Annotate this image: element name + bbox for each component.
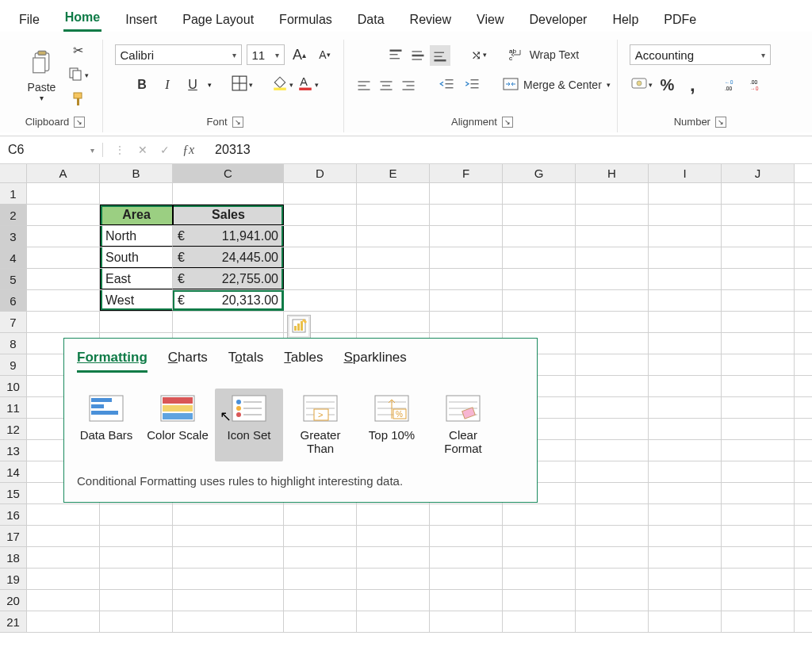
cell[interactable] — [649, 226, 722, 247]
cell[interactable] — [27, 504, 100, 525]
cell[interactable] — [649, 183, 722, 204]
cell[interactable] — [27, 183, 100, 204]
cell[interactable] — [722, 333, 795, 354]
col-header-E[interactable]: E — [357, 164, 430, 182]
cell[interactable] — [649, 547, 722, 568]
number-format-dropdown[interactable]: Accounting▾ — [630, 44, 771, 65]
cell[interactable] — [576, 504, 649, 525]
tab-insert[interactable]: Insert — [124, 6, 159, 32]
decrease-font-button[interactable]: A▾ — [315, 44, 335, 65]
cell[interactable] — [357, 547, 430, 568]
cell[interactable] — [649, 290, 722, 311]
cell[interactable] — [722, 269, 795, 289]
tab-help[interactable]: Help — [611, 6, 640, 32]
cell[interactable] — [173, 569, 284, 589]
cell[interactable] — [503, 290, 576, 311]
cell[interactable] — [649, 354, 722, 375]
cell[interactable] — [503, 504, 576, 525]
cell[interactable] — [503, 269, 576, 289]
cell[interactable] — [173, 590, 284, 611]
cell[interactable] — [722, 354, 795, 375]
cell[interactable] — [357, 269, 430, 289]
row-header-5[interactable]: 5 — [0, 269, 27, 289]
italic-button[interactable]: I — [157, 75, 178, 95]
cell[interactable] — [27, 312, 100, 332]
col-header-C[interactable]: C — [173, 164, 284, 182]
qa-tab-charts[interactable]: Charts — [168, 350, 208, 373]
cell[interactable] — [722, 569, 795, 589]
decrease-indent-button[interactable] — [437, 75, 458, 95]
cell[interactable] — [173, 611, 284, 632]
cell[interactable] — [576, 440, 649, 461]
cell[interactable] — [284, 611, 357, 632]
cell[interactable] — [576, 312, 649, 332]
cell[interactable] — [173, 547, 284, 568]
cell[interactable] — [722, 590, 795, 611]
cell[interactable]: Sales — [173, 205, 284, 225]
row-header-12[interactable]: 12 — [0, 419, 27, 439]
col-header-J[interactable]: J — [722, 164, 795, 182]
qa-option-clear-format[interactable]: Clear Format — [429, 389, 497, 461]
cell[interactable] — [357, 312, 430, 332]
row-header-18[interactable]: 18 — [0, 547, 27, 568]
cell[interactable] — [649, 569, 722, 589]
cell[interactable]: €11,941.00 — [173, 226, 284, 247]
cell[interactable] — [576, 397, 649, 418]
cell[interactable] — [430, 290, 503, 311]
cell[interactable] — [430, 569, 503, 589]
cell[interactable]: €22,755.00 — [173, 269, 284, 289]
orientation-button[interactable]: ⤭▾ — [469, 44, 489, 65]
cell[interactable] — [100, 504, 173, 525]
cell[interactable]: East — [100, 269, 173, 289]
cell[interactable] — [649, 205, 722, 225]
copy-button[interactable]: ▾ — [68, 65, 89, 86]
cell[interactable] — [649, 504, 722, 525]
align-center-button[interactable] — [376, 75, 396, 96]
cell[interactable] — [27, 226, 100, 247]
cell[interactable] — [649, 419, 722, 439]
percent-button[interactable]: % — [657, 75, 677, 95]
qa-tab-formatting[interactable]: Formatting — [77, 350, 147, 373]
cell[interactable] — [503, 205, 576, 225]
cell[interactable] — [100, 569, 173, 589]
row-header-1[interactable]: 1 — [0, 183, 27, 204]
name-box[interactable]: C6 ▾ — [0, 143, 103, 157]
qa-tab-totals[interactable]: Totals — [228, 350, 263, 373]
row-header-14[interactable]: 14 — [0, 461, 27, 482]
cell[interactable] — [722, 397, 795, 418]
cell[interactable] — [100, 526, 173, 546]
col-header-B[interactable]: B — [100, 164, 173, 182]
cell[interactable] — [357, 569, 430, 589]
font-dialog-launcher[interactable]: ↘ — [232, 117, 243, 128]
col-header-I[interactable]: I — [649, 164, 722, 182]
cell[interactable] — [430, 590, 503, 611]
merge-center-button[interactable]: Merge & Center ▾ — [503, 78, 611, 93]
cell[interactable] — [284, 590, 357, 611]
cell[interactable] — [284, 290, 357, 311]
format-painter-button[interactable] — [68, 90, 89, 111]
cell[interactable] — [503, 611, 576, 632]
cell[interactable]: €20,313.00 — [173, 290, 284, 311]
cancel-formula-button[interactable]: ✕ — [138, 144, 147, 156]
row-header-21[interactable]: 21 — [0, 611, 27, 632]
tab-data[interactable]: Data — [356, 6, 386, 32]
cell[interactable] — [576, 526, 649, 546]
qa-option-icon-set[interactable]: Icon Set ↖ — [215, 389, 283, 461]
select-all-corner[interactable] — [0, 164, 27, 182]
cell[interactable] — [284, 226, 357, 247]
font-name-dropdown[interactable]: Calibri▾ — [115, 44, 242, 65]
cell[interactable] — [722, 226, 795, 247]
cell[interactable] — [722, 461, 795, 482]
qa-tab-sparklines[interactable]: Sparklines — [343, 350, 406, 373]
accounting-format-button[interactable]: ▾ — [631, 75, 652, 95]
cell[interactable] — [430, 205, 503, 225]
fill-color-button[interactable]: ▾ — [272, 75, 293, 95]
enter-formula-button[interactable]: ✓ — [160, 144, 170, 156]
cell[interactable] — [576, 354, 649, 375]
align-top-button[interactable] — [385, 45, 406, 66]
cell[interactable] — [576, 611, 649, 632]
cell[interactable] — [576, 333, 649, 354]
insert-function-button[interactable]: ƒx — [182, 143, 194, 157]
align-middle-button[interactable] — [408, 45, 428, 66]
cell[interactable] — [430, 611, 503, 632]
